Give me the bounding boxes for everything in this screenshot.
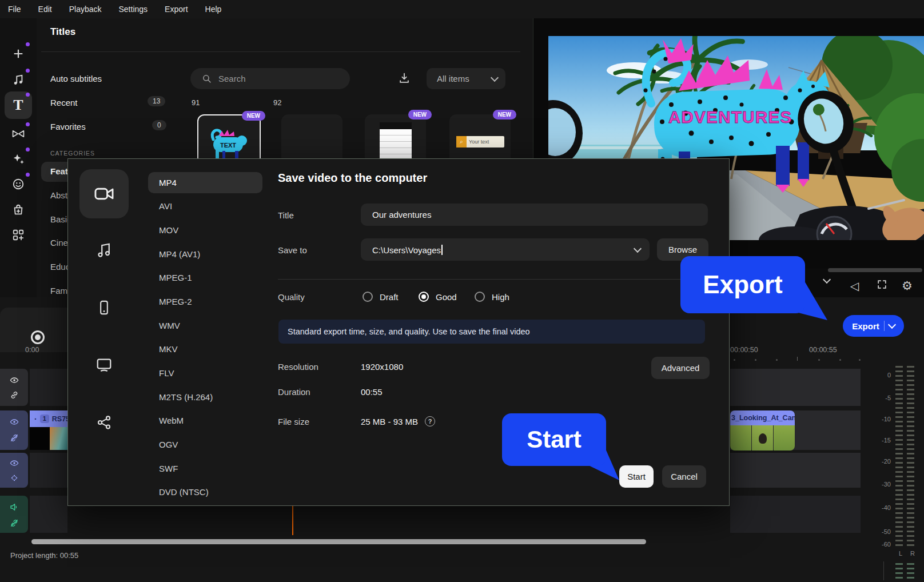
filesize-help-icon[interactable]: ? <box>425 416 435 426</box>
notification-dot <box>26 122 30 126</box>
cancel-button[interactable]: Cancel <box>662 465 706 488</box>
stickers-tab-button[interactable] <box>5 172 32 197</box>
format-avi[interactable]: AVI <box>148 196 262 217</box>
eye-icon[interactable] <box>10 417 19 426</box>
more-apps-button[interactable] <box>5 222 32 248</box>
titles-tab-button[interactable]: T <box>5 91 32 119</box>
panel-title: Titles <box>50 26 75 38</box>
track-lane <box>730 369 861 406</box>
quality-option-draft[interactable]: Draft <box>380 292 399 302</box>
recent-count-badge: 13 <box>148 96 165 106</box>
menubar: File Edit Playback Settings Export Help <box>0 0 924 18</box>
template-number: 91 <box>192 98 200 107</box>
menu-file[interactable]: File <box>8 5 21 14</box>
export-target-computer-button[interactable] <box>79 169 129 218</box>
link-off-icon[interactable] <box>10 519 19 528</box>
particles-icon[interactable] <box>10 473 19 483</box>
quality-radio-good[interactable] <box>419 292 429 302</box>
save-to-label: Save to <box>278 245 307 255</box>
notification-dot <box>26 93 30 97</box>
filesize-value: 25 MB - 93 MB <box>361 417 418 426</box>
export-target-share-button[interactable] <box>95 414 113 431</box>
download-icon[interactable] <box>398 72 411 87</box>
format-wmv[interactable]: WMV <box>148 315 262 336</box>
categories-label: CATEGORIES <box>50 150 95 157</box>
format-flv[interactable]: FLV <box>148 362 262 384</box>
nav-auto-subtitles[interactable]: Auto subtitles <box>50 74 102 83</box>
fullscreen-button[interactable] <box>877 279 887 290</box>
eye-icon[interactable] <box>10 459 19 468</box>
format-mkv[interactable]: MKV <box>148 338 262 360</box>
record-button[interactable] <box>31 330 45 344</box>
track-header-video[interactable] <box>0 369 28 406</box>
advanced-button[interactable]: Advanced <box>651 357 710 379</box>
link-off-icon[interactable] <box>10 433 19 443</box>
menu-settings[interactable]: Settings <box>119 5 148 14</box>
format-mpeg2[interactable]: MPEG-2 <box>148 291 262 312</box>
track-lane <box>30 453 67 488</box>
add-media-button[interactable] <box>5 41 32 66</box>
transitions-tab-button[interactable] <box>5 121 32 146</box>
notification-dot <box>26 173 30 177</box>
new-badge: NEW <box>493 110 516 119</box>
track-lane <box>730 496 861 533</box>
track-header-main-video[interactable] <box>0 410 28 450</box>
transitions-icon <box>11 128 25 139</box>
menu-playback[interactable]: Playback <box>69 5 102 14</box>
smiley-icon <box>12 178 25 190</box>
format-m2ts[interactable]: M2TS (H.264) <box>148 386 262 408</box>
timeline-scrollbar[interactable] <box>31 539 646 544</box>
duration-value: 00:55 <box>361 387 383 397</box>
menu-export[interactable]: Export <box>165 5 188 14</box>
format-swf[interactable]: SWF <box>148 458 262 479</box>
audio-tab-button[interactable] <box>5 67 32 93</box>
speaker-icon[interactable] <box>10 503 19 512</box>
format-dvd-ntsc[interactable]: DVD (NTSC) <box>148 481 262 503</box>
store-tab-button[interactable] <box>5 197 32 222</box>
quality-option-high[interactable]: High <box>492 292 509 302</box>
format-mp4-av1[interactable]: MP4 (AV1) <box>148 244 262 265</box>
plus-icon <box>12 47 25 60</box>
eye-icon[interactable] <box>10 376 19 385</box>
clip-thumbnail <box>730 425 795 451</box>
search-icon: ⌕ <box>456 136 467 148</box>
music-note-icon <box>12 74 25 86</box>
notification-dot <box>26 148 30 152</box>
export-callout: Export <box>680 256 805 313</box>
clip-track-badge: 1 <box>40 414 49 423</box>
quality-radio-draft[interactable] <box>363 292 373 302</box>
format-ogv[interactable]: OGV <box>148 434 262 455</box>
title-field[interactable]: Our adventures <box>361 204 708 226</box>
preview-seek-bar[interactable] <box>828 268 922 272</box>
format-mpeg1[interactable]: MPEG-1 <box>148 267 262 288</box>
export-button[interactable]: Export <box>843 315 904 337</box>
nav-favorites[interactable]: Favorites <box>50 122 86 131</box>
track-header-audio[interactable] <box>0 496 28 533</box>
export-target-tv-button[interactable] <box>95 356 113 373</box>
format-mov[interactable]: MOV <box>148 220 262 241</box>
monitor-icon <box>95 356 113 373</box>
export-target-audio-button[interactable] <box>95 242 113 259</box>
export-target-device-button[interactable] <box>95 299 113 316</box>
track-header-overlay[interactable] <box>0 453 28 488</box>
menu-edit[interactable]: Edit <box>38 5 52 14</box>
quality-option-good[interactable]: Good <box>436 292 457 302</box>
search-input[interactable]: Search <box>190 68 350 89</box>
menu-help[interactable]: Help <box>205 5 222 14</box>
playhead[interactable] <box>292 505 293 535</box>
filter-dropdown[interactable]: All items <box>427 68 505 89</box>
meter-left-column <box>895 366 903 548</box>
link-icon[interactable] <box>10 390 19 400</box>
quality-radio-high[interactable] <box>475 292 485 302</box>
titles-icon: T <box>13 97 23 114</box>
search-bar-thumbnail: ⌕ Your text <box>456 136 504 148</box>
volume-button[interactable]: ◁ <box>850 279 859 293</box>
nav-recent[interactable]: Recent <box>50 98 78 107</box>
format-mp4[interactable]: MP4 <box>148 172 262 193</box>
divider <box>884 321 885 331</box>
effects-tab-button[interactable] <box>5 146 32 172</box>
preview-settings-button[interactable]: ⚙ <box>902 279 913 293</box>
shopping-bag-icon <box>12 204 25 216</box>
save-to-combobox[interactable]: C:\Users\Voyages <box>361 238 650 261</box>
format-webm[interactable]: WebM <box>148 410 262 431</box>
